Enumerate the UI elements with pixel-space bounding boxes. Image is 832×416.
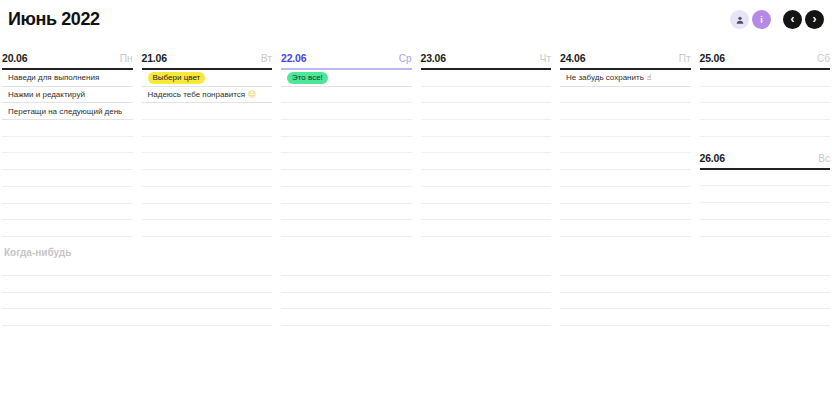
empty-task-slot[interactable] xyxy=(142,204,273,221)
day-column-monday: 20.06 Пн Наведи для выполнения Нажми и р… xyxy=(2,48,133,237)
empty-task-slot[interactable] xyxy=(700,203,831,220)
empty-task-slot[interactable] xyxy=(281,170,412,187)
day-date: 22.06 xyxy=(281,52,306,64)
empty-task-slot[interactable] xyxy=(560,204,691,221)
empty-task-slot[interactable] xyxy=(700,220,831,237)
user-icon xyxy=(735,11,745,29)
day-date: 21.06 xyxy=(142,52,167,64)
day-date: 24.06 xyxy=(560,52,585,64)
day-date: 20.06 xyxy=(2,52,27,64)
empty-task-slot[interactable] xyxy=(142,137,273,154)
empty-task-slot[interactable] xyxy=(142,187,273,204)
empty-task-slot[interactable] xyxy=(560,187,691,204)
empty-task-slot[interactable] xyxy=(281,87,412,104)
task-text: Перетащи на следующий день xyxy=(8,107,122,116)
someday-column xyxy=(560,260,830,326)
someday-label: Когда-нибудь xyxy=(2,247,830,258)
empty-task-slot[interactable] xyxy=(421,103,552,120)
empty-task-slot[interactable] xyxy=(2,276,272,293)
empty-task-slot[interactable] xyxy=(700,70,831,87)
empty-task-slot[interactable] xyxy=(281,103,412,120)
empty-task-slot[interactable] xyxy=(700,120,831,137)
week-grid: 20.06 Пн Наведи для выполнения Нажми и р… xyxy=(0,48,832,237)
empty-task-slot[interactable] xyxy=(281,276,551,293)
day-weekday: Сб xyxy=(817,53,830,64)
empty-task-slot[interactable] xyxy=(142,153,273,170)
task-item[interactable]: Выбери цвет xyxy=(142,70,273,87)
empty-task-slot[interactable] xyxy=(560,120,691,137)
empty-task-slot[interactable] xyxy=(142,220,273,237)
empty-task-slot[interactable] xyxy=(421,87,552,104)
empty-task-slot[interactable] xyxy=(421,187,552,204)
empty-task-slot[interactable] xyxy=(281,260,551,277)
empty-task-slot[interactable] xyxy=(142,120,273,137)
empty-task-slot[interactable] xyxy=(281,204,412,221)
page-title: Июнь 2022 xyxy=(8,9,100,30)
empty-task-slot[interactable] xyxy=(2,309,272,326)
chevron-right-icon: › xyxy=(813,13,817,25)
empty-task-slot[interactable] xyxy=(700,103,831,120)
empty-task-slot[interactable] xyxy=(2,187,133,204)
empty-task-slot[interactable] xyxy=(421,153,552,170)
avatar[interactable]: i xyxy=(752,10,771,29)
empty-task-slot[interactable] xyxy=(2,153,133,170)
day-header: 20.06 Пн xyxy=(2,48,133,70)
task-item[interactable]: Наведи для выполнения xyxy=(2,70,133,87)
pointing-hand-emoji: ☝ xyxy=(647,73,652,82)
day-column-friday: 24.06 Пт Не забудь сохранить ☝ xyxy=(560,48,691,237)
empty-task-slot[interactable] xyxy=(560,170,691,187)
empty-task-rows xyxy=(421,70,552,237)
empty-task-slot[interactable] xyxy=(281,187,412,204)
day-weekday: Чт xyxy=(540,53,551,64)
task-item[interactable]: Нажми и редактируй xyxy=(2,87,133,104)
empty-task-slot[interactable] xyxy=(560,309,830,326)
empty-task-slot[interactable] xyxy=(700,87,831,104)
empty-task-slot[interactable] xyxy=(281,293,551,310)
empty-task-slot[interactable] xyxy=(2,120,133,137)
task-item[interactable]: Надеюсь тебе понравится ☺ xyxy=(142,87,273,104)
empty-task-slot[interactable] xyxy=(421,137,552,154)
task-item[interactable]: Перетащи на следующий день xyxy=(2,103,133,120)
empty-task-slot[interactable] xyxy=(281,309,551,326)
prev-week-button[interactable]: ‹ xyxy=(783,10,802,29)
empty-task-slot[interactable] xyxy=(2,137,133,154)
day-weekday: Пн xyxy=(120,53,133,64)
empty-task-slot[interactable] xyxy=(281,153,412,170)
empty-task-slot[interactable] xyxy=(2,260,272,277)
task-item[interactable]: Это все! xyxy=(281,70,412,87)
next-week-button[interactable]: › xyxy=(805,10,824,29)
empty-task-slot[interactable] xyxy=(560,260,830,277)
day-date: 25.06 xyxy=(700,52,725,64)
empty-task-slot[interactable] xyxy=(2,220,133,237)
empty-task-slot[interactable] xyxy=(281,137,412,154)
day-weekday: Ср xyxy=(399,53,412,64)
empty-task-slot[interactable] xyxy=(421,220,552,237)
empty-task-slot[interactable] xyxy=(560,137,691,154)
empty-task-slot[interactable] xyxy=(142,170,273,187)
empty-task-slot[interactable] xyxy=(142,103,273,120)
empty-task-slot[interactable] xyxy=(700,186,831,203)
empty-task-slot[interactable] xyxy=(560,153,691,170)
empty-task-slot[interactable] xyxy=(2,293,272,310)
day-date: 23.06 xyxy=(421,52,446,64)
empty-task-slot[interactable] xyxy=(560,276,830,293)
empty-task-slot[interactable] xyxy=(700,170,831,187)
empty-task-slot[interactable] xyxy=(2,204,133,221)
day-header: 23.06 Чт xyxy=(421,48,552,70)
empty-task-slot[interactable] xyxy=(281,120,412,137)
empty-task-rows xyxy=(281,87,412,237)
empty-task-slot[interactable] xyxy=(421,70,552,87)
empty-task-slot[interactable] xyxy=(560,220,691,237)
empty-task-slot[interactable] xyxy=(421,170,552,187)
task-item[interactable]: Не забудь сохранить ☝ xyxy=(560,70,691,87)
empty-task-slot[interactable] xyxy=(560,293,830,310)
empty-task-slot[interactable] xyxy=(421,120,552,137)
empty-task-slot[interactable] xyxy=(2,170,133,187)
empty-task-slot[interactable] xyxy=(421,204,552,221)
empty-task-rows xyxy=(560,87,691,237)
empty-task-slot[interactable] xyxy=(281,220,412,237)
task-text-highlighted: Это все! xyxy=(287,72,328,84)
empty-task-slot[interactable] xyxy=(560,87,691,104)
profile-button[interactable] xyxy=(730,10,749,29)
empty-task-slot[interactable] xyxy=(560,103,691,120)
